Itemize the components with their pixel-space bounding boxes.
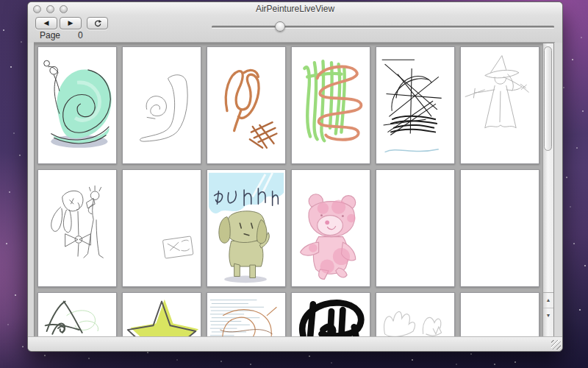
thumbnail-snail-drawing[interactable] <box>37 46 117 164</box>
window-titlebar[interactable]: AirPeintureLiveView <box>28 2 562 15</box>
page-value: 0 <box>78 30 83 40</box>
toolbar: ◀ ▶ Page 0 <box>28 15 562 43</box>
scroll-down-icon: ▼ <box>546 313 551 318</box>
thumbnail-coil-scribble[interactable] <box>291 46 370 164</box>
scroll-up-button[interactable]: ▲ <box>543 293 553 308</box>
page-indicator: Page 0 <box>40 30 83 40</box>
app-window: AirPeintureLiveView ◀ ▶ Page 0 <box>27 1 563 352</box>
refresh-button[interactable] <box>87 17 108 29</box>
scrollbar-thumb[interactable] <box>544 46 552 151</box>
page-slider[interactable] <box>212 21 554 32</box>
thumbnail-hatched-face-scribble[interactable] <box>207 292 286 338</box>
scroll-down-button[interactable]: ▼ <box>543 308 553 323</box>
thumbnail-teddy-bear-drawing[interactable] <box>291 169 370 287</box>
back-button[interactable]: ◀ <box>35 17 57 29</box>
thumbnail-envelope-sketch[interactable] <box>122 169 201 287</box>
vertical-scrollbar[interactable]: ▲ ▼ <box>542 43 553 337</box>
back-icon: ◀ <box>44 19 49 26</box>
page-label: Page <box>40 30 60 40</box>
slider-thumb[interactable] <box>275 21 285 32</box>
thumbnail-blank-page[interactable] <box>460 292 539 338</box>
thumbnail-scroll-area: ▲ ▼ <box>34 43 554 338</box>
forward-button[interactable]: ▶ <box>60 17 82 29</box>
scrollbar-arrows: ▲ ▼ <box>543 292 553 322</box>
desktop: AirPeintureLiveView ◀ ▶ Page 0 <box>0 0 588 368</box>
refresh-icon <box>93 19 102 28</box>
slider-track[interactable] <box>212 26 554 28</box>
window-bottom-bar <box>28 336 562 351</box>
thumbnail-black-scribble[interactable] <box>376 46 455 164</box>
thumbnail-star-drawing[interactable] <box>122 292 201 338</box>
star-field-dim <box>0 0 1 1</box>
resize-grip[interactable] <box>551 340 561 350</box>
scroll-up-icon: ▲ <box>546 297 551 302</box>
thumbnail-witch-sketch[interactable] <box>460 46 539 164</box>
thumbnail-spiral-sketch[interactable] <box>122 46 201 164</box>
thumbnail-blank-page[interactable] <box>460 169 539 287</box>
thumbnail-face-figure-sketch[interactable] <box>37 169 117 287</box>
window-title: AirPeintureLiveView <box>28 4 562 14</box>
thumbnail-thick-black-scribble[interactable] <box>291 292 370 338</box>
thumbnail-puppy-drawing[interactable] <box>207 169 286 287</box>
thumbnail-orange-scribble[interactable] <box>207 46 286 164</box>
thumbnail-gray-green-scribble[interactable] <box>37 292 117 338</box>
thumbnail-grid <box>35 43 542 338</box>
thumbnail-blank-page[interactable] <box>376 169 455 287</box>
thumbnail-wing-sketch[interactable] <box>376 292 455 338</box>
forward-icon: ▶ <box>68 19 74 26</box>
